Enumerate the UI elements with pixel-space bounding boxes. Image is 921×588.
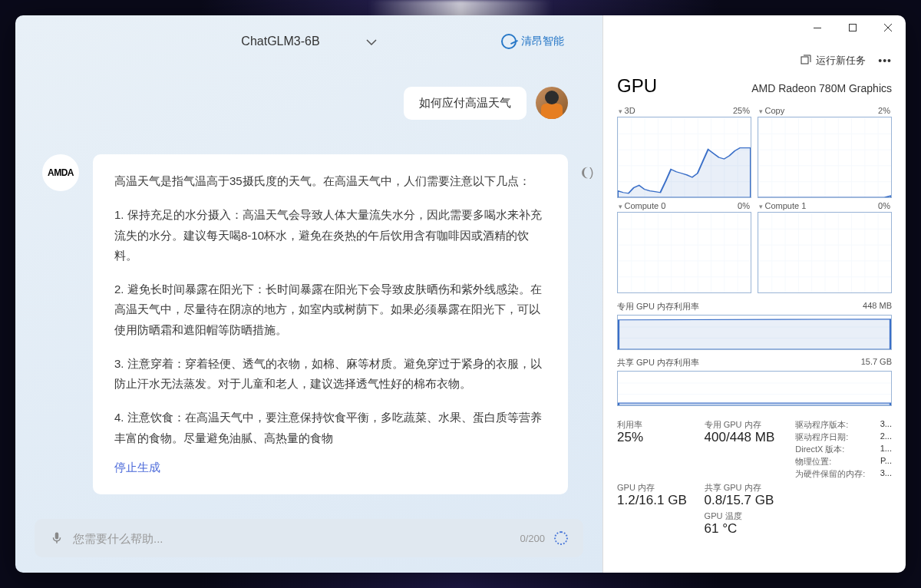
temp-label: GPU 温度 — [705, 510, 790, 522]
brand-badge[interactable]: 清昂智能 — [501, 34, 564, 49]
chart-3d[interactable]: 3D25% — [617, 106, 751, 198]
user-bubble: 如何应付高温天气 — [404, 87, 527, 120]
microphone-icon[interactable] — [50, 531, 64, 545]
location-value: P... — [880, 456, 892, 467]
shared-label: 共享 GPU 内存 — [705, 482, 790, 494]
location-label: 物理位置: — [795, 456, 831, 467]
minimize-button[interactable] — [800, 15, 835, 40]
chart-compute1-value: 0% — [878, 201, 890, 210]
chart-copy-value: 2% — [878, 106, 890, 115]
dedicated-mem-label: 专用 GPU 内存利用率 — [617, 301, 699, 312]
chart-copy[interactable]: Copy2% — [758, 106, 892, 198]
response-point-4: 4. 注意饮食：在高温天气中，要注意保持饮食平衡，多吃蔬菜、水果、蛋白质等营养丰… — [114, 408, 546, 448]
user-message-row: 如何应付高温天气 — [42, 87, 568, 120]
chart-compute0[interactable]: Compute 00% — [617, 201, 751, 293]
response-point-2: 2. 避免长时间暴露在阳光下：长时间暴露在阳光下会导致皮肤晒伤和紫外线感染。在高… — [114, 279, 546, 340]
driver-ver-label: 驱动程序版本: — [795, 419, 848, 431]
gpu-model-name: AMD Radeon 780M Graphics — [751, 82, 892, 94]
dedicated-memory-chart[interactable]: 专用 GPU 内存利用率448 MB — [617, 301, 892, 350]
util-value: 25% — [617, 430, 698, 445]
svg-rect-0 — [814, 28, 821, 28]
stop-generate-button[interactable]: 停止生成 — [114, 458, 546, 477]
model-name: ChatGLM3-6B — [241, 35, 319, 48]
response-point-1: 1. 保持充足的水分摄入：高温天气会导致人体大量流失水分，因此需要多喝水来补充流… — [114, 205, 546, 266]
gpu-mem-value: 1.2/16.1 GB — [617, 493, 698, 508]
gpu-section: GPU AMD Radeon 780M Graphics 3D25% Copy2… — [603, 75, 906, 573]
response-intro: 高温天气是指气温高于35摄氏度的天气。在高温天气中，人们需要注意以下几点： — [114, 171, 546, 191]
chart-compute0-label: Compute 0 — [619, 201, 665, 210]
assistant-avatar: AMDA — [42, 154, 79, 191]
dedicated-label: 专用 GPU 内存 — [705, 419, 790, 431]
app-window: ChatGLM3-6B 清昂智能 如何应付高温天气 AMDA ❨) 高温天气是指… — [15, 15, 906, 573]
assistant-bubble: ❨) 高温天气是指气温高于35摄氏度的天气。在高温天气中，人们需要注意以下几点：… — [93, 154, 568, 494]
speaker-icon[interactable]: ❨) — [572, 162, 593, 183]
response-text: 高温天气是指气温高于35摄氏度的天气。在高温天气中，人们需要注意以下几点： 1.… — [114, 171, 546, 448]
svg-rect-1 — [850, 25, 857, 31]
chart-3d-label: 3D — [619, 106, 635, 115]
util-label: 利用率 — [617, 419, 698, 431]
more-options-button[interactable]: ••• — [878, 55, 892, 67]
chart-compute1-label: Compute 1 — [759, 201, 806, 210]
chat-input[interactable] — [73, 532, 510, 545]
driver-date-value: 2... — [880, 431, 892, 443]
gpu-title: GPU — [617, 75, 657, 97]
chart-copy-label: Copy — [759, 106, 784, 115]
brand-logo-icon — [501, 34, 517, 49]
driver-date-label: 驱动程序日期: — [795, 431, 848, 443]
task-toolbar: 运行新任务 ••• — [603, 40, 906, 75]
response-point-3: 3. 注意穿着：穿着轻便、透气的衣物，如棉、麻等材质。避免穿过于紧身的衣服，以防… — [114, 354, 546, 395]
driver-ver-value: 3... — [880, 419, 892, 431]
directx-value: 1... — [880, 444, 892, 455]
run-new-task-button[interactable]: 运行新任务 — [801, 54, 866, 68]
chevron-down-icon — [366, 35, 377, 48]
char-count: 0/200 — [520, 533, 545, 544]
model-selector[interactable]: ChatGLM3-6B — [241, 35, 376, 48]
maximize-button[interactable] — [835, 15, 870, 40]
chart-compute1[interactable]: Compute 10% — [758, 201, 892, 293]
run-new-task-label: 运行新任务 — [816, 54, 866, 68]
directx-label: DirectX 版本: — [795, 444, 844, 455]
shared-mem-label: 共享 GPU 内存利用率 — [617, 357, 699, 368]
dedicated-value: 400/448 MB — [705, 430, 790, 445]
reserved-value: 3... — [880, 468, 892, 480]
shared-memory-chart[interactable]: 共享 GPU 内存利用率15.7 GB — [617, 357, 892, 406]
brand-name: 清昂智能 — [521, 35, 564, 48]
run-task-icon — [801, 55, 811, 68]
loading-spinner-icon — [554, 531, 568, 545]
chat-panel: ChatGLM3-6B 清昂智能 如何应付高温天气 AMDA ❨) 高温天气是指… — [15, 15, 602, 573]
gpu-stats: 利用率 25% 专用 GPU 内存 400/448 MB 驱动程序版本:3...… — [617, 419, 892, 537]
chat-header: ChatGLM3-6B 清昂智能 — [15, 15, 602, 64]
task-manager-panel: 运行新任务 ••• GPU AMD Radeon 780M Graphics 3… — [602, 15, 906, 573]
dedicated-mem-max: 448 MB — [863, 301, 892, 312]
svg-rect-2 — [801, 57, 808, 64]
close-button[interactable] — [870, 15, 906, 40]
chart-3d-value: 25% — [733, 106, 750, 115]
window-controls — [603, 15, 906, 40]
shared-mem-max: 15.7 GB — [861, 357, 892, 368]
chat-input-box[interactable]: 0/200 — [35, 519, 583, 557]
assistant-message-row: AMDA ❨) 高温天气是指气温高于35摄氏度的天气。在高温天气中，人们需要注意… — [42, 154, 568, 494]
chat-messages: 如何应付高温天气 AMDA ❨) 高温天气是指气温高于35摄氏度的天气。在高温天… — [15, 64, 602, 510]
chat-input-area: 0/200 — [15, 510, 602, 573]
user-avatar[interactable] — [536, 87, 568, 119]
chart-compute0-value: 0% — [738, 201, 750, 210]
gpu-header: GPU AMD Radeon 780M Graphics — [617, 75, 892, 97]
reserved-label: 为硬件保留的内存: — [795, 468, 865, 480]
gpu-mini-charts: 3D25% Copy2% Compute 00% Compute 10% — [617, 106, 892, 293]
gpu-mem-label: GPU 内存 — [617, 482, 698, 494]
temp-value: 61 °C — [705, 521, 790, 537]
shared-value: 0.8/15.7 GB — [705, 493, 790, 508]
